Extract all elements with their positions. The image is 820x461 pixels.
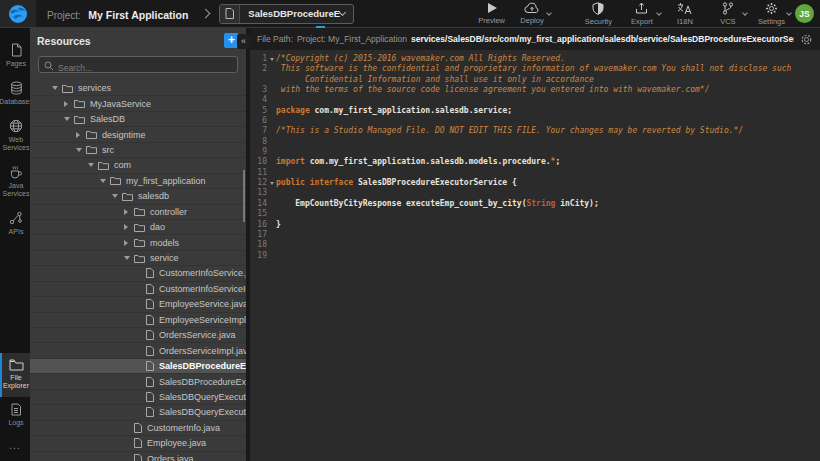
security-button[interactable]: Security bbox=[583, 2, 614, 26]
tree-item[interactable]: SalesDBQueryExecutorServiceImpl.java bbox=[30, 405, 246, 420]
nav-item-java-services[interactable]: Java Services bbox=[0, 159, 30, 205]
tree-item[interactable]: SalesDBProcedureExecutorServiceImpl.java bbox=[30, 374, 246, 389]
globe-icon bbox=[9, 119, 23, 133]
line-number: 10 bbox=[250, 157, 267, 167]
chevron-collapsed-icon[interactable] bbox=[124, 209, 134, 215]
open-file-tab-label: SalesDBProcedureE... bbox=[240, 8, 340, 19]
file-path-label: File Path: bbox=[257, 34, 293, 44]
tree-item-label: CustomerInfoServiceImpl.java bbox=[159, 284, 246, 294]
topbar: Project: My First Application SalesDBPro… bbox=[0, 0, 820, 28]
tree-item[interactable]: CustomerInfo.java bbox=[30, 421, 246, 436]
collapse-panel-button[interactable]: « bbox=[237, 34, 250, 49]
search-input[interactable] bbox=[39, 61, 237, 76]
deploy-button[interactable]: Deploy bbox=[517, 2, 547, 25]
chevron-expanded-icon[interactable] bbox=[64, 117, 74, 121]
tree-item[interactable]: SalesDBProcedureExecutorService.java bbox=[30, 359, 246, 374]
tree-item[interactable]: Orders.java bbox=[30, 452, 246, 461]
editor-settings-button[interactable] bbox=[794, 33, 813, 46]
tree-item[interactable]: controller bbox=[30, 205, 246, 220]
fold-marker-icon[interactable] bbox=[267, 178, 276, 188]
chevron-expanded-icon[interactable] bbox=[76, 148, 86, 152]
chevron-collapsed-icon[interactable] bbox=[124, 224, 134, 230]
line-number: 3 bbox=[250, 85, 267, 95]
tree-item-label: CustomerInfoService.java bbox=[159, 268, 246, 278]
export-button[interactable]: Export bbox=[627, 2, 657, 26]
file-path-bar: File Path: Project: My_First_Application… bbox=[250, 28, 820, 50]
tree-item[interactable]: EmployeeService.java bbox=[30, 297, 246, 312]
tree-item[interactable]: com bbox=[30, 158, 246, 173]
tree-item[interactable]: SalesDBQueryExecutorService.java bbox=[30, 390, 246, 405]
code-editor[interactable]: 1/*Copyright (c) 2015-2016 wavemaker.com… bbox=[250, 50, 820, 461]
chevron-expanded-icon[interactable] bbox=[88, 163, 98, 167]
code-text: package com.my_first_application.salesdb… bbox=[276, 106, 512, 116]
tree-item[interactable]: OrdersServiceImpl.java bbox=[30, 343, 246, 358]
project-label: Project: bbox=[47, 10, 81, 21]
chevron-expanded-icon[interactable] bbox=[112, 194, 122, 198]
preview-button[interactable]: Preview bbox=[476, 2, 507, 25]
code-line: 7/*This is a Studio Managed File. DO NOT… bbox=[250, 126, 820, 136]
tree-item[interactable]: services bbox=[30, 81, 246, 96]
line-number: 4 bbox=[250, 95, 267, 105]
settings-button[interactable]: Settings bbox=[756, 2, 787, 26]
tree-item-label: Orders.java bbox=[147, 454, 194, 461]
chevron-collapsed-icon[interactable] bbox=[124, 240, 134, 246]
tree-item[interactable]: my_first_application bbox=[30, 174, 246, 189]
gear-icon bbox=[765, 2, 778, 15]
nav-item-apis[interactable]: APIs bbox=[0, 205, 30, 243]
tree-item[interactable]: Employee.java bbox=[30, 436, 246, 451]
tree-item-label: OrdersServiceImpl.java bbox=[159, 346, 246, 356]
fold-gutter bbox=[267, 147, 276, 157]
tree-item[interactable]: src bbox=[30, 143, 246, 158]
tree-item-label: src bbox=[102, 145, 114, 155]
preview-deploy-group: Preview Deploy bbox=[476, 2, 547, 25]
more-options-button[interactable]: ... bbox=[0, 434, 30, 461]
tree-item-label: service bbox=[150, 253, 179, 263]
nav-item-pages[interactable]: Pages bbox=[0, 37, 30, 75]
code-line: 14 EmpCountByCityResponse executeEmp_cou… bbox=[250, 199, 820, 209]
line-number: 1 bbox=[250, 54, 267, 64]
file-tree: servicesMyJavaServiceSalesDBdesigntimesr… bbox=[30, 81, 246, 461]
tree-item[interactable]: salesdb bbox=[30, 189, 246, 204]
fold-gutter bbox=[267, 157, 276, 167]
i18n-button[interactable]: I18N bbox=[670, 2, 700, 26]
tree-item-label: services bbox=[78, 83, 111, 93]
user-avatar[interactable]: JS bbox=[795, 4, 814, 23]
editor-column: File Path: Project: My_First_Application… bbox=[246, 28, 820, 461]
tree-item-label: my_first_application bbox=[126, 176, 206, 186]
tree-item[interactable]: MyJavaService bbox=[30, 96, 246, 111]
chevron-collapsed-icon[interactable] bbox=[76, 132, 86, 138]
chevron-expanded-icon[interactable] bbox=[124, 256, 134, 260]
line-number: 2 bbox=[250, 64, 267, 74]
folder-icon bbox=[62, 84, 73, 93]
code-line: 6 bbox=[250, 116, 820, 126]
tree-item[interactable]: dao bbox=[30, 220, 246, 235]
nav-item-web-services[interactable]: Web Services bbox=[0, 113, 30, 159]
line-number bbox=[250, 75, 267, 85]
wavemaker-logo[interactable] bbox=[0, 0, 36, 27]
chevron-expanded-icon[interactable] bbox=[52, 86, 62, 90]
fold-gutter bbox=[267, 95, 276, 105]
tree-item[interactable]: models bbox=[30, 235, 246, 250]
tree-item[interactable]: EmployeeServiceImpl.java bbox=[30, 313, 246, 328]
tree-item[interactable]: SalesDB bbox=[30, 112, 246, 127]
tree-item[interactable]: OrdersService.java bbox=[30, 328, 246, 343]
api-icon bbox=[9, 211, 23, 225]
line-number: 5 bbox=[250, 106, 267, 116]
nav-item-file-explorer[interactable]: File Explorer bbox=[0, 353, 30, 397]
vcs-button[interactable]: VCS bbox=[713, 2, 743, 26]
nav-item-logs[interactable]: Logs bbox=[0, 397, 30, 434]
code-line: 10import com.my_first_application.salesd… bbox=[250, 157, 820, 167]
tree-item[interactable]: CustomerInfoService.java bbox=[30, 266, 246, 281]
nav-item-databases[interactable]: Databases bbox=[0, 75, 30, 113]
project-breadcrumb: Project: My First Application bbox=[47, 5, 188, 23]
tree-scrollbar[interactable] bbox=[243, 170, 245, 222]
tree-item[interactable]: designtime bbox=[30, 127, 246, 142]
chevron-expanded-icon[interactable] bbox=[100, 179, 110, 183]
fold-marker-icon[interactable] bbox=[267, 54, 276, 64]
tree-item-label: CustomerInfo.java bbox=[147, 423, 220, 433]
chevron-collapsed-icon[interactable] bbox=[64, 101, 74, 107]
fold-gutter bbox=[267, 240, 276, 250]
tree-item[interactable]: CustomerInfoServiceImpl.java bbox=[30, 282, 246, 297]
open-file-tab[interactable]: SalesDBProcedureE... bbox=[219, 4, 354, 24]
tree-item[interactable]: service bbox=[30, 251, 246, 266]
